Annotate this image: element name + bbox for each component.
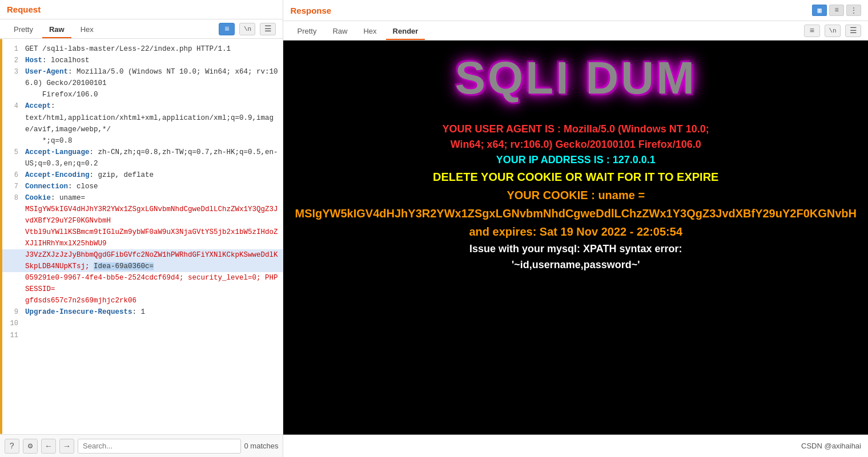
line-num-4c [5, 135, 18, 136]
tab-response-raw[interactable]: Raw [326, 23, 354, 40]
code-line-8e: 059291e0-9967-4fe4-bb5e-2524cdcf69d4; se… [0, 272, 283, 295]
user-agent-label: YOUR USER AGENT IS : [443, 123, 561, 135]
help-icon[interactable]: ? [5, 439, 19, 454]
response-format-icon[interactable]: ≡ [804, 25, 820, 37]
cookie-warning: DELETE YOUR COOKIE OR WAIT FOR IT TO EXP… [295, 168, 857, 186]
tab-response-render[interactable]: Render [386, 23, 425, 40]
response-title: Response [290, 6, 331, 15]
tab-response-hex[interactable]: Hex [356, 23, 383, 40]
line-content-8d: J3VzZXJzJzJyBhbmQgdGFibGVfc2NoZW1hPWRhdG… [25, 249, 278, 272]
line-num-8f [5, 295, 18, 296]
code-line-7: 7 Connection: close [0, 181, 283, 192]
code-line-8: 8 Cookie: uname= [0, 192, 283, 204]
user-agent-value: Mozilla/5.0 (Windows NT 10.0; [564, 123, 709, 135]
line-num-8: 8 [5, 192, 18, 204]
line-content-7: Connection: close [25, 181, 278, 192]
response-bottom-bar: CSDN @axihaihai [283, 434, 868, 457]
ip-label: YOUR IP ADDRESS IS : [496, 154, 610, 165]
line-content-5: Accept-Language: zh-CN,zh;q=0.8,zh-TW;q=… [25, 147, 278, 169]
main-container: Request Pretty Raw Hex ≡ \n ☰ 1 GET /sql… [0, 0, 868, 457]
expires-value: Sat 19 Nov 2022 - 22:05:54 [540, 225, 682, 238]
code-line-6: 6 Accept-Encoding: gzip, deflate [0, 169, 283, 181]
line-num-2: 2 [5, 55, 18, 66]
code-line-3: 3 User-Agent: Mozilla/5.0 (Windows NT 10… [0, 66, 283, 89]
your-cookie-value: MSIgYW5kIGV4dHJhY3R2YWx1ZSgxLGNvbmNhdCgw… [295, 204, 857, 223]
menu-icon[interactable]: ☰ [260, 23, 276, 35]
code-line-4b: text/html,application/xhtml+xml,applicat… [0, 112, 283, 135]
line-num-7: 7 [5, 181, 18, 192]
user-agent-line1: YOUR USER AGENT IS : Mozilla/5.0 (Window… [295, 122, 857, 137]
response-content-area: SQLI DUM YOUR USER AGENT IS : Mozilla/5.… [283, 41, 868, 434]
user-agent-line2: Win64; x64; rv:106.0) Gecko/20100101 Fir… [295, 137, 857, 152]
expires-label: and expires: [469, 225, 536, 238]
list-view-btn[interactable]: ≡ [829, 5, 844, 16]
grid-view-btn[interactable]: ▦ [812, 5, 827, 16]
line-content-8: Cookie: uname= [25, 192, 278, 204]
response-newline-icon[interactable]: \n [825, 25, 841, 37]
tab-response-pretty[interactable]: Pretty [290, 23, 323, 40]
your-cookie-label: YOUR COOKIE : uname = [507, 189, 645, 201]
code-line-4: 4 Accept: [0, 100, 283, 112]
code-line-10: 10 [0, 318, 283, 329]
response-menu-icon[interactable]: ☰ [845, 25, 861, 37]
line-content-8b: MSIgYW5kIGV4dHJhY3R2YWx1ZSgxLGNvbmNhdCgw… [25, 204, 278, 227]
left-panel: Request Pretty Raw Hex ≡ \n ☰ 1 GET /sql… [0, 0, 283, 457]
tab-hex[interactable]: Hex [74, 22, 101, 38]
expires-line: and expires: Sat 19 Nov 2022 - 22:05:54 [295, 223, 857, 241]
line-content-4c: *;q=0.8 [25, 135, 278, 147]
request-tabs-bar: Pretty Raw Hex ≡ \n ☰ [0, 19, 283, 39]
code-line-8d: J3VzZXJzJzJyBhbmQgdGFibGVfc2NoZW1hPWRhdG… [0, 249, 283, 272]
code-line-1: 1 GET /sqli-labs-master/Less-22/index.ph… [0, 43, 283, 55]
request-bottom-bar: ? ⚙ ← → 0 matches [0, 434, 283, 457]
code-line-8b: MSIgYW5kIGV4dHJhY3R2YWx1ZSgxLGNvbmNhdCgw… [0, 204, 283, 227]
line-num-3b [5, 89, 18, 90]
line-content-4: Accept: [25, 100, 278, 112]
response-info: YOUR USER AGENT IS : Mozilla/5.0 (Window… [295, 122, 857, 273]
line-num-8d [5, 249, 18, 250]
more-options-btn[interactable]: ⋮ [846, 5, 861, 16]
line-num-8e [5, 272, 18, 273]
line-num-5: 5 [5, 147, 18, 158]
line-num-11: 11 [5, 330, 18, 341]
line-num-4: 4 [5, 100, 18, 112]
settings-icon[interactable]: ⚙ [23, 439, 38, 454]
code-line-9: 9 Upgrade-Insecure-Requests: 1 [0, 306, 283, 318]
code-line-5: 5 Accept-Language: zh-CN,zh;q=0.8,zh-TW;… [0, 147, 283, 169]
code-line-8c: Vtbl9uYWllKSBmcm9tIGluZm9ybWF0aW9uX3NjaG… [0, 227, 283, 249]
line-content-4b: text/html,application/xhtml+xml,applicat… [25, 112, 278, 135]
tab-raw[interactable]: Raw [42, 22, 71, 38]
back-icon[interactable]: ← [41, 439, 56, 454]
format-icon[interactable]: ≡ [219, 23, 235, 35]
line-num-6: 6 [5, 169, 18, 181]
request-title: Request [7, 5, 41, 14]
line-content-6: Accept-Encoding: gzip, deflate [25, 169, 278, 181]
line-content-2: Host: localhost [25, 55, 278, 66]
your-cookie-line: YOUR COOKIE : uname = [295, 186, 857, 204]
response-header: Response ▦ ≡ ⋮ [283, 0, 868, 21]
line-num-8b [5, 204, 18, 204]
top-right-controls: ▦ ≡ ⋮ [812, 5, 861, 16]
line-num-10: 10 [5, 318, 18, 329]
ip-value: 127.0.0.1 [613, 154, 656, 165]
request-code-area: 1 GET /sqli-labs-master/Less-22/index.ph… [0, 39, 283, 434]
newline-icon[interactable]: \n [239, 23, 255, 35]
code-line-4c: *;q=0.8 [0, 135, 283, 147]
sqli-title: SQLI DUM [455, 52, 697, 104]
code-line-11: 11 [0, 330, 283, 341]
line-num-3: 3 [5, 66, 18, 78]
line-content-8e: 059291e0-9967-4fe4-bb5e-2524cdcf69d4; se… [25, 272, 278, 295]
line-content-8f: gfdsds657c7n2s69mjhjc2rk06 [25, 295, 278, 306]
search-input[interactable] [78, 439, 241, 454]
code-line-8f: gfdsds657c7n2s69mjhjc2rk06 [0, 295, 283, 306]
code-line-2: 2 Host: localhost [0, 55, 283, 66]
forward-icon[interactable]: → [59, 439, 74, 454]
line-num-4b [5, 112, 18, 113]
tab-pretty[interactable]: Pretty [7, 22, 40, 38]
line-num-9: 9 [5, 306, 18, 318]
issue-line: Issue with your mysql: XPATH syntax erro… [295, 241, 857, 257]
left-bar-indicator [0, 39, 2, 434]
line-num-8c [5, 227, 18, 227]
ip-line: YOUR IP ADDRESS IS : 127.0.0.1 [295, 152, 857, 168]
line-content-1: GET /sqli-labs-master/Less-22/index.php … [25, 43, 278, 55]
user-agent-value2: Win64; x64; rv:106.0) Gecko/20100101 Fir… [451, 139, 701, 150]
